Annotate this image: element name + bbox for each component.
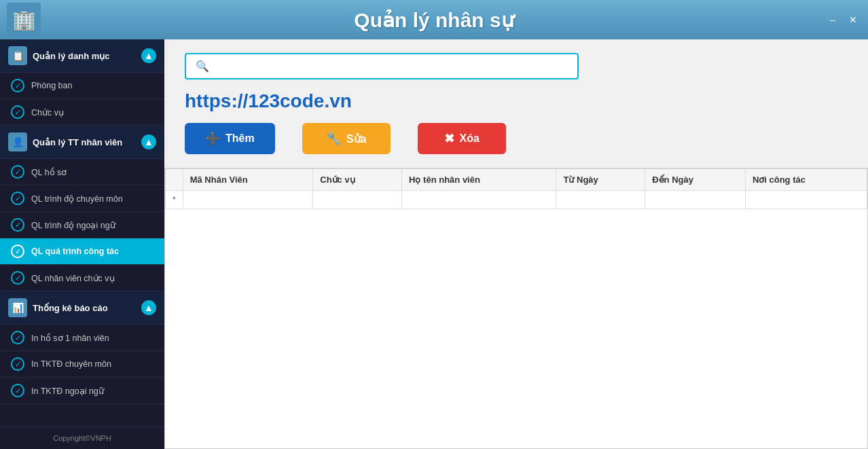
sidebar-item-label-ql-ho-so: QL hồ sơ	[31, 167, 67, 177]
check-icon-ql-qua-trinh-cong-tac: ✓	[11, 245, 24, 258]
buttons-row: ➕ Thêm 🔧 Sửa ✖ Xóa	[185, 123, 848, 154]
check-icon-ql-ho-so: ✓	[11, 165, 24, 179]
sidebar-item-ql-nhan-vien-chuc-vu[interactable]: ✓ QL nhân viên chức vụ	[0, 265, 164, 291]
edit-button-label: Sửa	[346, 132, 367, 145]
col-noi-cong-tac: Nơi công tác	[745, 169, 867, 191]
section-icon-danh-muc: 📋	[8, 46, 27, 65]
logo-icon: 🏢	[12, 9, 36, 31]
sidebar-section-quan-ly-danh-muc[interactable]: 📋 Quản lý danh mục ▲	[0, 39, 164, 73]
sidebar-item-chuc-vu[interactable]: ✓ Chức vụ	[0, 99, 164, 126]
add-icon: ➕	[205, 131, 220, 146]
sidebar-item-label-in-tktd-chuyen-mon: In TKTĐ chuyên môn	[31, 359, 111, 369]
cell-chuc-vu[interactable]	[313, 191, 402, 209]
title-bar: 🏢 Quản lý nhân sự – ✕	[0, 0, 868, 39]
sidebar-item-in-tktd-chuyen-mon[interactable]: ✓ In TKTĐ chuyên môn	[0, 351, 164, 378]
close-button[interactable]: ✕	[845, 13, 861, 26]
col-chuc-vu: Chức vụ	[313, 169, 402, 191]
search-bar: 🔍	[185, 53, 579, 79]
delete-button[interactable]: ✖ Xóa	[418, 123, 506, 154]
col-ma-nhan-vien: Mã Nhân Viên	[183, 169, 313, 191]
sidebar-item-ql-ho-so[interactable]: ✓ QL hồ sơ	[0, 159, 164, 185]
section-icon-tt-nhan-vien: 👤	[8, 132, 27, 151]
sidebar: 📋 Quản lý danh mục ▲ ✓ Phòng ban ✓ Chức …	[0, 39, 164, 449]
check-icon-ql-nhan-vien-chuc-vu: ✓	[11, 271, 24, 285]
window-controls: – ✕	[826, 13, 861, 26]
sidebar-item-ql-qua-trinh-cong-tac[interactable]: ✓ QL quá trình công tác	[0, 238, 164, 265]
sidebar-item-label-ql-nhan-vien-chuc-vu: QL nhân viên chức vụ	[31, 273, 115, 283]
section-chevron-tt-nhan-vien: ▲	[141, 134, 156, 149]
check-icon-in-ho-so: ✓	[11, 331, 24, 344]
minimize-button[interactable]: –	[826, 13, 839, 26]
section-chevron-danh-muc: ▲	[141, 48, 156, 63]
content-inner: 🔍 https://123code.vn ➕ Thêm 🔧 Sửa ✖ Xóa	[164, 39, 868, 168]
sidebar-footer: Copyright©VNPH	[0, 427, 164, 449]
sidebar-item-in-tktd-ngoai-ngu[interactable]: ✓ In TKTĐ ngoại ngữ	[0, 378, 164, 404]
col-row-num	[166, 169, 183, 191]
add-button[interactable]: ➕ Thêm	[185, 123, 275, 154]
col-ho-ten-nhan-vien: Họ tên nhân viên	[402, 169, 556, 191]
check-icon-chuc-vu: ✓	[11, 105, 24, 119]
edit-icon: 🔧	[326, 131, 341, 146]
col-tu-ngay: Từ Ngày	[556, 169, 645, 191]
sidebar-item-ql-trinh-do-chuyen-mon[interactable]: ✓ QL trình độ chuyên môn	[0, 185, 164, 212]
check-icon-phong-ban: ✓	[11, 79, 24, 92]
sidebar-item-label-chuc-vu: Chức vụ	[31, 107, 64, 118]
section-chevron-thong-ke: ▲	[141, 300, 156, 315]
sidebar-item-label-in-ho-so: In hồ sơ 1 nhân viên	[31, 333, 109, 343]
cell-ho-ten[interactable]	[402, 191, 556, 209]
sidebar-item-label-ql-trinh-do-ngoai-ngu: QL trình độ ngoại ngữ	[31, 220, 115, 230]
section-label-danh-muc: Quản lý danh mục	[33, 51, 141, 61]
data-table: Mã Nhân Viên Chức vụ Họ tên nhân viên Từ…	[165, 168, 867, 209]
check-icon-ql-trinh-do-ngoai-ngu: ✓	[11, 218, 24, 232]
sidebar-item-label-in-tktd-ngoai-ngu: In TKTĐ ngoại ngữ	[31, 386, 104, 396]
cell-ma-nhan-vien[interactable]	[183, 191, 313, 209]
sidebar-section-quan-ly-tt-nhan-vien[interactable]: 👤 Quản lý TT nhân viên ▲	[0, 126, 164, 159]
sidebar-item-label-phong-ban: Phòng ban	[31, 81, 72, 90]
sidebar-item-label-ql-qua-trinh-cong-tac: QL quá trình công tác	[31, 247, 119, 256]
section-label-tt-nhan-vien: Quản lý TT nhân viên	[33, 137, 141, 147]
website-link[interactable]: https://123code.vn	[185, 90, 848, 112]
delete-icon: ✖	[444, 131, 454, 146]
sidebar-item-label-ql-trinh-do-chuyen-mon: QL trình độ chuyên môn	[31, 194, 123, 204]
section-label-thong-ke: Thống kê báo cáo	[33, 303, 141, 313]
main-layout: 📋 Quản lý danh mục ▲ ✓ Phòng ban ✓ Chức …	[0, 39, 868, 449]
table-container: Mã Nhân Viên Chức vụ Họ tên nhân viên Từ…	[164, 168, 868, 449]
sidebar-item-phong-ban[interactable]: ✓ Phòng ban	[0, 73, 164, 99]
sidebar-item-in-ho-so[interactable]: ✓ In hồ sơ 1 nhân viên	[0, 325, 164, 351]
content-area: 🔍 https://123code.vn ➕ Thêm 🔧 Sửa ✖ Xóa	[164, 39, 868, 449]
check-icon-in-tktd-ngoai-ngu: ✓	[11, 384, 24, 397]
col-den-ngay: Đến Ngày	[645, 169, 746, 191]
table-row-new: *	[166, 191, 867, 209]
app-title: Quản lý nhân sự	[354, 8, 513, 32]
cell-den-ngay[interactable]	[645, 191, 746, 209]
edit-button[interactable]: 🔧 Sửa	[302, 123, 391, 154]
search-input[interactable]	[215, 61, 568, 72]
check-icon-in-tktd-chuyen-mon: ✓	[11, 357, 24, 371]
sidebar-section-thong-ke-bao-cao[interactable]: 📊 Thống kê báo cáo ▲	[0, 291, 164, 325]
cell-noi-cong-tac[interactable]	[745, 191, 867, 209]
section-icon-thong-ke: 📊	[8, 298, 27, 317]
delete-button-label: Xóa	[460, 132, 480, 145]
check-icon-ql-trinh-do-chuyen-mon: ✓	[11, 192, 24, 205]
cell-tu-ngay[interactable]	[556, 191, 645, 209]
search-icon: 🔍	[196, 60, 209, 73]
add-button-label: Thêm	[225, 132, 255, 145]
app-logo: 🏢	[7, 3, 41, 37]
row-star: *	[166, 191, 183, 209]
sidebar-item-ql-trinh-do-ngoai-ngu[interactable]: ✓ QL trình độ ngoại ngữ	[0, 212, 164, 238]
